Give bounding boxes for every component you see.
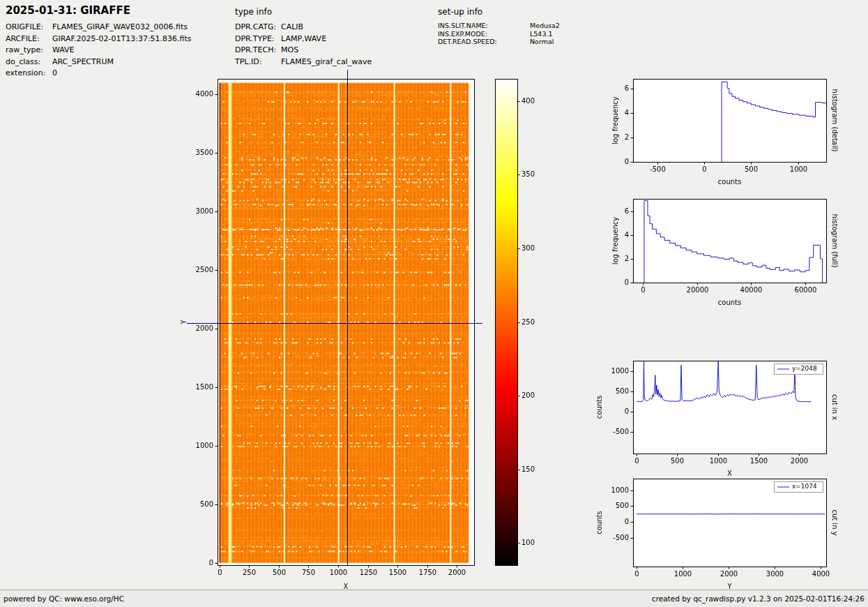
meta-row: ORIGFILE:FLAMES_GIRAF_WAVE032_0006.fits xyxy=(6,22,192,33)
meta-row: DET.READ.SPEED:Normal xyxy=(438,38,560,46)
cut-in-x-plot xyxy=(589,348,868,482)
meta-row: DPR.CATG:CALIB xyxy=(235,22,372,33)
meta-label: raw_type: xyxy=(6,45,52,57)
page-title: 2025-01-31: GIRAFFE xyxy=(6,4,130,17)
meta-value: ARC_SPECTRUM xyxy=(52,57,114,68)
meta-label: do_class: xyxy=(6,57,52,68)
meta-label: DPR.TYPE: xyxy=(235,33,281,45)
meta-value: L543.1 xyxy=(530,30,553,38)
meta-label: DPR.CATG: xyxy=(235,22,281,33)
histogram-detail-plot xyxy=(589,66,868,192)
meta-value: FLAMES_GIRAF_WAVE032_0006.fits xyxy=(52,22,188,33)
footer: powered by QC: www.eso.org/HC created by… xyxy=(0,590,868,607)
meta-label: extension: xyxy=(6,68,52,80)
setup-info-heading: set-up info xyxy=(438,7,482,17)
histogram-full-plot xyxy=(589,186,868,312)
meta-row: raw_type:WAVE xyxy=(6,45,192,57)
meta-value: GIRAF.2025-02-01T13:37:51.836.fits xyxy=(52,33,192,45)
raw-image-plot xyxy=(174,66,495,600)
meta-value: WAVE xyxy=(52,45,75,57)
meta-value: LAMP,WAVE xyxy=(281,33,326,45)
meta-label: ARCFILE: xyxy=(6,33,52,45)
meta-label: INS.EXP.MODE: xyxy=(438,30,530,38)
footer-left-text: powered by QC: www.eso.org/HC xyxy=(3,594,124,603)
meta-value: Normal xyxy=(530,38,554,46)
meta-label: ORIGFILE: xyxy=(6,22,52,33)
footer-right-text: created by qc_rawdisp.py v1.2.3 on 2025-… xyxy=(652,594,865,603)
meta-row: do_class:ARC_SPECTRUM xyxy=(6,57,192,68)
meta-row: INS.SLIT.NAME:Medusa2 xyxy=(438,22,560,30)
meta-row: extension:0 xyxy=(6,68,192,80)
meta-label: INS.SLIT.NAME: xyxy=(438,22,530,30)
qc-report-page: 2025-01-31: GIRAFFE type info set-up inf… xyxy=(0,0,868,607)
type-info-block: DPR.CATG:CALIB DPR.TYPE:LAMP,WAVE DPR.TE… xyxy=(235,22,372,68)
meta-label: DET.READ.SPEED: xyxy=(438,38,530,46)
colorbar xyxy=(488,66,554,600)
meta-row: DPR.TYPE:LAMP,WAVE xyxy=(235,33,372,45)
meta-value: MOS xyxy=(281,45,298,57)
meta-row: INS.EXP.MODE:L543.1 xyxy=(438,30,560,38)
meta-label: DPR.TECH: xyxy=(235,45,281,57)
meta-row: ARCFILE:GIRAF.2025-02-01T13:37:51.836.fi… xyxy=(6,33,192,45)
meta-value: Medusa2 xyxy=(530,22,560,30)
meta-row: DPR.TECH:MOS xyxy=(235,45,372,57)
setup-info-block: INS.SLIT.NAME:Medusa2 INS.EXP.MODE:L543.… xyxy=(438,22,560,46)
cut-in-y-plot xyxy=(589,466,868,606)
type-info-heading: type info xyxy=(235,7,272,17)
meta-value: 0 xyxy=(52,68,57,80)
file-info-block: ORIGFILE:FLAMES_GIRAF_WAVE032_0006.fits … xyxy=(6,22,192,80)
meta-value: CALIB xyxy=(281,22,303,33)
